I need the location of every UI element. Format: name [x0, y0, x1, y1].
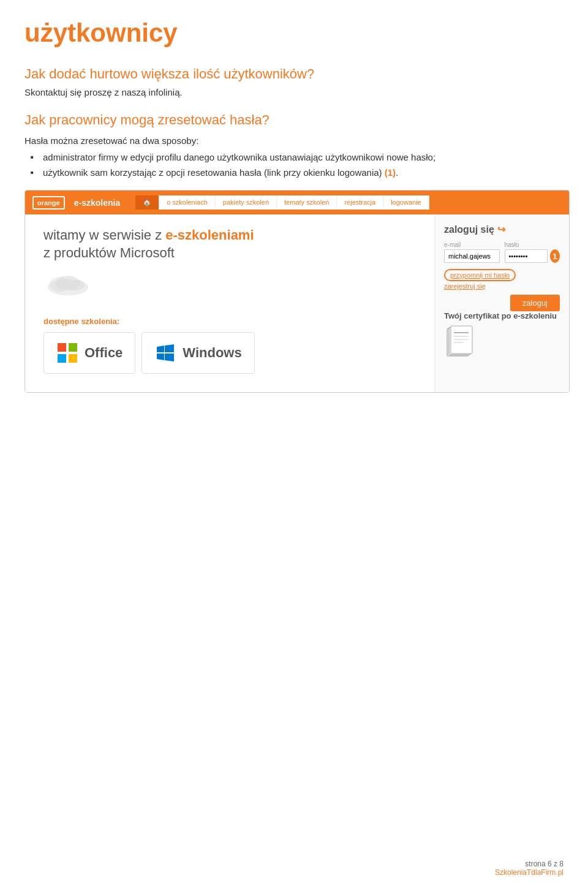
- section-answer-1: Skontaktuj się proszę z naszą infolinią.: [24, 87, 564, 97]
- office-training-card: Office: [43, 332, 135, 374]
- windows-training-card: Windows: [141, 332, 254, 374]
- screenshot-left: witamy w serwisie z e-szkoleniami z prod…: [25, 214, 434, 392]
- bullet-intro: Hasła można zresetować na dwa sposoby:: [24, 135, 564, 146]
- bullet-section: Hasła można zresetować na dwa sposoby: a…: [24, 135, 564, 178]
- training-icons: Office Windows: [43, 332, 422, 374]
- windows-icon: [154, 342, 176, 364]
- brand-text: e-szkolenia: [74, 198, 120, 208]
- page-footer: strona 6 z 8 SzkoleniaTdlaFirm.pl: [495, 860, 564, 877]
- svg-rect-6: [58, 354, 66, 363]
- nav-item-5: logowanie: [383, 195, 429, 210]
- available-label: dostępne szkolenia:: [43, 317, 422, 326]
- footer-page-info: strona 6 z 8: [495, 860, 564, 868]
- orange-navbar: orange e-szkolenia 🏠 o szkoleniach pakie…: [25, 191, 569, 214]
- email-label: e-mail: [444, 241, 500, 248]
- list-item: użytkownik sam korzystając z opcji reset…: [31, 167, 564, 178]
- password-label: hasło: [505, 241, 560, 248]
- nav-item-4: rejestracja: [337, 195, 383, 210]
- svg-marker-8: [157, 346, 164, 352]
- password-field-group: hasło 1: [505, 241, 560, 263]
- svg-marker-10: [157, 354, 164, 360]
- bullet-list: administrator firmy w edycji profilu dan…: [24, 152, 564, 178]
- register-link[interactable]: zarejestruj się: [444, 282, 560, 290]
- login-arrow-icon: ↪: [497, 224, 505, 235]
- screenshot-box: orange e-szkolenia 🏠 o szkoleniach pakie…: [24, 190, 570, 393]
- cert-section: Twój certyfikat po e-szkoleniu: [444, 311, 560, 363]
- nav-item-1: o szkoleniach: [159, 195, 216, 210]
- login-form-row: e-mail hasło 1: [444, 241, 560, 263]
- cloud-decoration: [43, 271, 92, 299]
- svg-point-3: [56, 276, 80, 290]
- cert-text: Twój certyfikat po e-szkoleniu: [444, 311, 557, 320]
- nav-item-3: tematy szkoleń: [277, 195, 337, 210]
- svg-marker-11: [165, 354, 174, 361]
- welcome-line2: z produktów Microsoft: [43, 245, 175, 260]
- section-title-2: Jak pracownicy mogą zresetować hasła?: [24, 112, 564, 128]
- welcome-highlight: e-szkoleniami: [165, 227, 254, 243]
- svg-rect-7: [69, 354, 77, 363]
- nav-items: 🏠 o szkoleniach pakiety szkoleń tematy s…: [135, 195, 429, 210]
- password-input[interactable]: [505, 249, 548, 263]
- office-icon: [56, 342, 78, 364]
- footer-site: SzkoleniaTdlaFirm.pl: [495, 868, 564, 877]
- svg-rect-4: [58, 343, 66, 352]
- remind-password-link[interactable]: przypomnij mi hasło: [444, 269, 516, 281]
- welcome-text: witamy w serwisie z e-szkoleniami z prod…: [43, 227, 422, 262]
- login-button[interactable]: zaloguj: [510, 295, 560, 311]
- nav-item-2: pakiety szkoleń: [216, 195, 277, 210]
- svg-marker-9: [165, 344, 174, 352]
- windows-label: Windows: [183, 345, 241, 361]
- cert-icon: [444, 325, 560, 363]
- login-title: zaloguj się ↪: [444, 224, 560, 235]
- screenshot-right: zaloguj się ↪ e-mail hasło 1: [434, 214, 569, 392]
- screenshot-main: witamy w serwisie z e-szkoleniami z prod…: [25, 214, 569, 392]
- email-field-group: e-mail: [444, 241, 500, 263]
- svg-rect-5: [69, 343, 77, 352]
- email-input[interactable]: [444, 249, 500, 263]
- step-badge: 1: [550, 249, 560, 263]
- list-item: administrator firmy w edycji profilu dan…: [31, 152, 564, 162]
- welcome-line1: witamy w serwisie z: [43, 227, 162, 243]
- password-with-badge: 1: [505, 249, 560, 263]
- nav-home: 🏠: [135, 195, 159, 210]
- page-title: użytkownicy: [24, 18, 564, 48]
- section-title-1: Jak dodać hurtowo większa ilość użytkown…: [24, 66, 564, 82]
- office-label: Office: [85, 345, 123, 361]
- orange-logo: orange: [32, 196, 65, 210]
